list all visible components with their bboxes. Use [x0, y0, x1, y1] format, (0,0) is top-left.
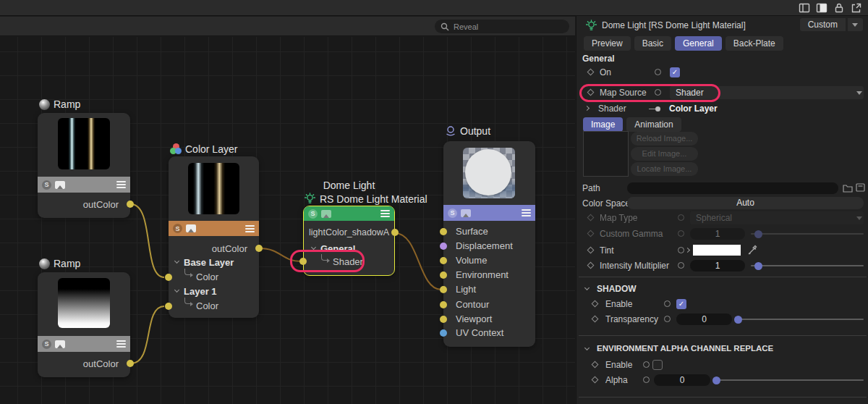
port-circle-icon[interactable]: [664, 300, 671, 307]
light-port[interactable]: [440, 286, 447, 293]
port-circle-icon[interactable]: [655, 89, 661, 96]
contour-port[interactable]: [440, 301, 447, 308]
alpha-field[interactable]: 0: [654, 374, 710, 386]
tab-animation[interactable]: Animation: [626, 117, 681, 132]
tab-basic[interactable]: Basic: [634, 36, 671, 51]
dome-light-node[interactable]: S lightColor_shadowA... General Shader: [303, 206, 395, 276]
on-checkbox[interactable]: ✓: [670, 67, 680, 77]
keyframe-diamond-icon[interactable]: [587, 69, 595, 76]
tab-back-plate[interactable]: Back-Plate: [726, 36, 783, 51]
custom-gamma-slider[interactable]: [751, 233, 864, 235]
collapse-icon[interactable]: [584, 345, 590, 350]
solo-badge[interactable]: S: [173, 224, 182, 233]
viewport-port[interactable]: [440, 316, 447, 323]
edit-image-button[interactable]: Edit Image...: [631, 147, 698, 161]
lock-icon[interactable]: [833, 2, 845, 14]
ramp-top-node[interactable]: S outColor: [38, 113, 130, 218]
keyframe-diamond-icon[interactable]: [587, 89, 595, 96]
image-preview-badge[interactable]: [55, 181, 65, 189]
port-circle-icon[interactable]: [643, 376, 650, 383]
folder-icon[interactable]: [843, 183, 853, 193]
output-node[interactable]: S Surface Displacement Volume Environmen…: [443, 141, 535, 347]
collapse-icon[interactable]: [584, 285, 590, 290]
keyframe-diamond-icon[interactable]: [587, 262, 595, 269]
uv-context-port[interactable]: [440, 329, 447, 337]
tab-preview[interactable]: Preview: [584, 36, 631, 51]
image-preview-badge[interactable]: [461, 209, 471, 217]
solo-badge[interactable]: S: [308, 209, 318, 219]
menu-icon[interactable]: [522, 209, 531, 216]
eyedropper-icon[interactable]: [747, 245, 758, 256]
volume-port[interactable]: [440, 257, 447, 264]
port-circle-icon[interactable]: [655, 69, 661, 75]
expander-icon[interactable]: [174, 287, 179, 293]
map-source-dropdown[interactable]: Shader: [670, 86, 864, 99]
port-circle-icon[interactable]: [664, 316, 671, 322]
keyframe-diamond-icon[interactable]: [592, 376, 599, 384]
node-graph-canvas[interactable]: Ramp S outColor Ramp S outColor: [0, 37, 575, 404]
menu-icon[interactable]: [116, 181, 126, 188]
preset-dropdown-button[interactable]: [847, 18, 863, 31]
intensity-slider[interactable]: [751, 265, 864, 266]
wire-ramp-bottom-to-layer1[interactable]: [131, 306, 164, 363]
environment-port[interactable]: [440, 272, 447, 279]
wire-colorlayer-to-dome-shader[interactable]: [260, 248, 301, 261]
transparency-field[interactable]: 0: [676, 313, 732, 325]
reload-image-button[interactable]: Reload Image...: [631, 132, 698, 146]
surface-port[interactable]: [440, 228, 447, 235]
locate-image-button[interactable]: Locate Image...: [631, 162, 698, 176]
dome-output-port[interactable]: [391, 229, 399, 236]
split-view-icon[interactable]: [799, 2, 810, 14]
tab-general[interactable]: General: [675, 36, 722, 51]
solo-badge[interactable]: S: [42, 340, 51, 349]
menu-icon[interactable]: [116, 340, 126, 348]
ramp-bottom-node[interactable]: S outColor: [38, 272, 130, 377]
keyframe-diamond-icon[interactable]: [592, 361, 599, 369]
env-alpha-section-header[interactable]: ENVIRONMENT ALPHA CHANNEL REPLACE: [576, 342, 868, 356]
search-box[interactable]: [435, 20, 569, 33]
keyframe-diamond-icon[interactable]: [592, 300, 599, 308]
displacement-port[interactable]: [440, 243, 447, 250]
wire-dome-to-output-light[interactable]: [395, 233, 441, 290]
expander-icon[interactable]: [584, 106, 590, 111]
custom-gamma-field[interactable]: 1: [690, 228, 745, 240]
image-thumbnail-box[interactable]: [583, 131, 629, 177]
path-input[interactable]: [627, 182, 838, 194]
solo-badge[interactable]: S: [42, 180, 51, 190]
solo-badge[interactable]: S: [448, 209, 457, 218]
layer1-color-port[interactable]: [165, 303, 172, 310]
color-layer-node[interactable]: S outColor Base Layer Color Layer 1 Colo…: [169, 156, 259, 318]
pop-out-icon[interactable]: [851, 2, 862, 14]
alpha-slider[interactable]: [715, 379, 864, 381]
menu-icon[interactable]: [245, 225, 255, 232]
tint-color-swatch[interactable]: [693, 245, 741, 256]
tab-image[interactable]: Image: [583, 117, 623, 132]
port-circle-icon[interactable]: [678, 262, 684, 269]
port-circle-icon[interactable]: [643, 361, 650, 368]
keyframe-diamond-icon[interactable]: [587, 247, 595, 254]
outcolor-port[interactable]: [127, 360, 134, 367]
focused-view-icon[interactable]: [816, 2, 827, 14]
image-preview-badge[interactable]: [321, 210, 331, 218]
transparency-slider[interactable]: [736, 319, 864, 320]
preset-button[interactable]: Custom: [800, 18, 846, 31]
expander-icon[interactable]: [685, 248, 690, 253]
expander-icon[interactable]: [174, 258, 179, 264]
image-preview-badge[interactable]: [186, 224, 196, 232]
file-list-icon[interactable]: [856, 182, 865, 192]
map-type-dropdown[interactable]: Spherical: [690, 211, 864, 224]
base-layer-color-port[interactable]: [165, 274, 172, 281]
menu-icon[interactable]: [380, 210, 390, 217]
dome-shader-input-port[interactable]: [299, 258, 307, 265]
keyframe-diamond-icon[interactable]: [592, 316, 599, 323]
env-enable-checkbox[interactable]: [652, 360, 663, 370]
wire-ramp-top-to-baselayer[interactable]: [131, 204, 164, 277]
image-preview-badge[interactable]: [55, 340, 65, 348]
intensity-field[interactable]: 1: [690, 260, 745, 272]
port-circle-icon[interactable]: [678, 247, 684, 253]
outcolor-port[interactable]: [127, 201, 134, 208]
color-space-button[interactable]: Auto: [627, 197, 864, 209]
shadow-section-header[interactable]: SHADOW: [576, 282, 868, 296]
search-input[interactable]: [454, 22, 555, 31]
shadow-enable-checkbox[interactable]: ✓: [676, 299, 686, 309]
